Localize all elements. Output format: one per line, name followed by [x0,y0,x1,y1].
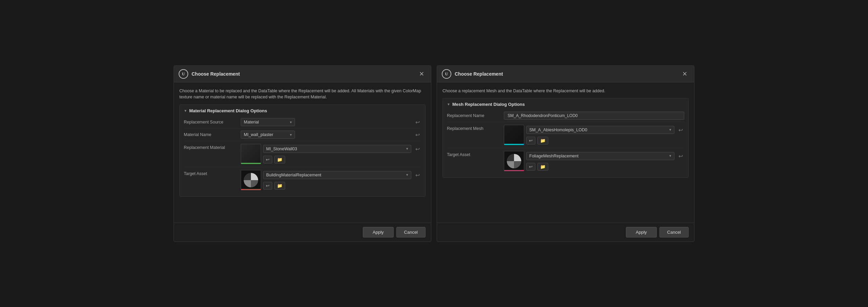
dialog-description-2: Choose a replacement Mesh and the DataTa… [442,88,689,94]
section-header-1: ▼ Material Replacement Dialog Options [184,108,421,113]
select-replacement-mesh[interactable]: SM_A_AbiesHomolepis_LOD0 ▾ [526,126,674,134]
reset-replacement-mesh-button[interactable]: ↩ [677,126,684,134]
reset-target-asset-1-button[interactable]: ↩ [414,171,421,179]
preview-bar-cyan [504,144,524,145]
reset-target-asset-2-button[interactable]: ↩ [677,152,684,160]
chevron-icon-3: ▾ [406,147,408,151]
ue-logo-icon-2: U [442,69,451,79]
svg-text:U: U [182,72,185,76]
select-replacement-source[interactable]: Material ▾ [241,118,295,126]
apply-button-1[interactable]: Apply [363,227,394,237]
row-replacement-name: Replacement Name SM_A_RhododendronPontic… [447,110,684,122]
asset-control-col-target-1: BuildingMaterialReplacement ▾ ↩ 📁 [263,171,411,190]
cancel-button-2[interactable]: Cancel [659,227,689,237]
asset-preview-replacement-material [241,144,261,164]
asset-preview-target-1 [241,170,261,190]
browse-folder-button-target-1[interactable]: 📁 [274,182,285,190]
asset-preview-replacement-mesh [504,125,524,145]
asset-control-col-material: MI_StoneWall03 ▾ ↩ 📁 [263,145,411,164]
browse-back-button-target-2[interactable]: ↩ [526,163,535,171]
section-title-1: Material Replacement Dialog Options [189,108,267,113]
label-replacement-mesh: Replacement Mesh [447,126,501,131]
control-target-asset-2: FoliageMeshReplacement ▾ ↩ 📁 [504,151,674,171]
reset-replacement-source-button[interactable]: ↩ [414,118,421,126]
row-target-asset-2: Target Asset Foli [447,148,684,174]
section-arrow-icon-2: ▼ [447,102,450,106]
pie-chart-icon-2 [504,151,524,171]
preview-bar-green [241,163,261,164]
row-target-asset-1: Target Asset Buil [184,167,421,193]
asset-control-col-mesh: SM_A_AbiesHomolepis_LOD0 ▾ ↩ 📁 [526,126,674,145]
cancel-button-1[interactable]: Cancel [396,227,426,237]
options-section-2: ▼ Mesh Replacement Dialog Options Replac… [442,98,689,178]
close-button-2[interactable]: ✕ [680,70,689,78]
control-replacement-mesh: SM_A_AbiesHomolepis_LOD0 ▾ ↩ 📁 [504,125,674,145]
asset-buttons-target-2: ↩ 📁 [526,163,674,171]
asset-buttons-material: ↩ 📁 [263,156,411,164]
ue-logo-icon: U [179,69,188,79]
asset-buttons-target-1: ↩ 📁 [263,182,411,190]
row-replacement-source: Replacement Source Material ▾ ↩ [184,116,421,129]
preview-bar-red-1 [241,189,261,190]
dialog-body-1: Choose a Material to be replaced and the… [174,82,431,223]
label-target-asset-1: Target Asset [184,171,238,176]
control-material-name: MI_wall_plaster ▾ [241,131,411,139]
browse-back-button-mesh[interactable]: ↩ [526,137,535,145]
asset-control-col-target-2: FoliageMeshReplacement ▾ ↩ 📁 [526,152,674,171]
dialog-description-1: Choose a Material to be replaced and the… [179,88,426,101]
control-target-asset-1: BuildingMaterialReplacement ▾ ↩ 📁 [241,170,411,190]
browse-folder-button-material[interactable]: 📁 [274,156,285,164]
label-replacement-name: Replacement Name [447,113,501,118]
pie-chart-icon-1 [241,170,261,190]
control-replacement-material: MI_StoneWall03 ▾ ↩ 📁 [241,144,411,164]
control-replacement-source: Material ▾ [241,118,411,126]
asset-preview-target-2 [504,151,524,171]
close-button-1[interactable]: ✕ [417,70,426,78]
chevron-icon-6: ▾ [669,154,671,158]
dialog-title-1: Choose Replacement [192,71,240,77]
row-material-name: Material Name MI_wall_plaster ▾ ↩ [184,129,421,141]
section-header-2: ▼ Mesh Replacement Dialog Options [447,102,684,107]
reset-replacement-material-button[interactable]: ↩ [414,145,421,153]
select-target-asset-2[interactable]: FoliageMeshReplacement ▾ [526,152,674,160]
titlebar-1: U Choose Replacement ✕ [174,66,431,82]
select-replacement-material[interactable]: MI_StoneWall03 ▾ [263,145,411,153]
asset-buttons-mesh: ↩ 📁 [526,137,674,145]
apply-button-2[interactable]: Apply [626,227,657,237]
select-target-asset-1[interactable]: BuildingMaterialReplacement ▾ [263,171,411,179]
row-replacement-mesh: Replacement Mesh SM_A_AbiesHomolepis_LOD… [447,122,684,148]
replacement-name-value: SM_A_RhododendronPonticum_LOD0 [504,112,684,120]
chevron-icon-4: ▾ [406,173,408,177]
label-replacement-source: Replacement Source [184,120,238,124]
select-material-name[interactable]: MI_wall_plaster ▾ [241,131,295,139]
chevron-icon: ▾ [290,120,292,124]
browse-folder-button-mesh[interactable]: 📁 [537,137,548,145]
label-target-asset-2: Target Asset [447,152,501,157]
control-replacement-name: SM_A_RhododendronPonticum_LOD0 [504,112,684,120]
section-arrow-icon-1: ▼ [184,109,187,113]
chevron-icon-5: ▾ [669,128,671,132]
reset-material-name-button[interactable]: ↩ [414,131,421,139]
preview-bar-pink [504,170,524,171]
row-replacement-material: Replacement Material MI_StoneWall03 ▾ ↩ … [184,141,421,167]
dialog-title-2: Choose Replacement [455,71,503,77]
dialog-footer-1: Apply Cancel [174,223,431,242]
options-section-1: ▼ Material Replacement Dialog Options Re… [179,104,426,197]
label-replacement-material: Replacement Material [184,145,238,150]
dialog-body-2: Choose a replacement Mesh and the DataTa… [437,82,694,223]
svg-text:U: U [445,72,448,76]
label-material-name: Material Name [184,132,238,137]
dialog-footer-2: Apply Cancel [437,223,694,242]
browse-folder-button-target-2[interactable]: 📁 [537,163,548,171]
browse-back-button-material[interactable]: ↩ [263,156,272,164]
dialog-mesh-replacement: U Choose Replacement ✕ Choose a replacem… [437,65,694,242]
dialog-material-replacement: U Choose Replacement ✕ Choose a Material… [174,65,431,242]
titlebar-2: U Choose Replacement ✕ [437,66,694,82]
browse-back-button-target-1[interactable]: ↩ [263,182,272,190]
chevron-icon-2: ▾ [290,133,292,137]
section-title-2: Mesh Replacement Dialog Options [452,102,525,107]
